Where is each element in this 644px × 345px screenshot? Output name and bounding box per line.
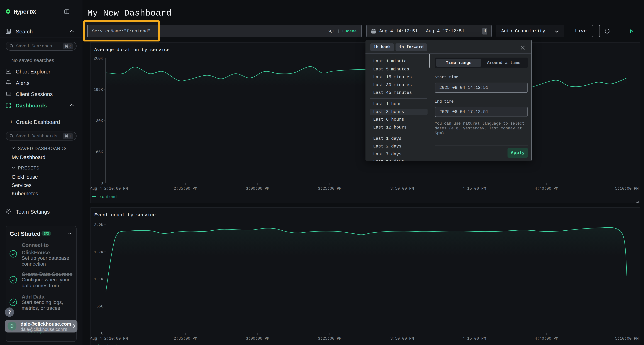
svg-text:2:35:00 PM: 2:35:00 PM [174, 337, 197, 341]
svg-text:4:40:00 PM: 4:40:00 PM [535, 186, 558, 191]
svg-text:3:00:00 PM: 3:00:00 PM [246, 337, 270, 341]
svg-text:frontend: frontend [97, 344, 117, 345]
svg-text:Aug 4 2:10:00 PM: Aug 4 2:10:00 PM [90, 337, 128, 341]
svg-text:65K: 65K [96, 150, 103, 154]
svg-text:195K: 195K [94, 88, 103, 92]
svg-text:2:35:00 PM: 2:35:00 PM [174, 186, 197, 191]
svg-text:550: 550 [96, 304, 104, 309]
svg-text:3:25:00 PM: 3:25:00 PM [318, 337, 342, 341]
svg-text:130K: 130K [94, 119, 103, 123]
svg-text:2.2K: 2.2K [94, 223, 104, 227]
svg-text:1.7K: 1.7K [94, 250, 104, 255]
svg-text:Aug 4 2:10:00 PM: Aug 4 2:10:00 PM [90, 186, 128, 191]
svg-text:5:10:00 PM: 5:10:00 PM [615, 337, 639, 341]
svg-text:3:50:00 PM: 3:50:00 PM [390, 186, 414, 191]
svg-text:0: 0 [101, 181, 103, 186]
svg-text:0: 0 [101, 331, 104, 336]
svg-text:1.1K: 1.1K [94, 277, 104, 282]
svg-text:4:40:00 PM: 4:40:00 PM [535, 337, 558, 341]
svg-text:3:50:00 PM: 3:50:00 PM [390, 337, 414, 341]
svg-text:3:00:00 PM: 3:00:00 PM [246, 186, 270, 191]
svg-text:260K: 260K [94, 56, 103, 61]
svg-text:5:10:00 PM: 5:10:00 PM [615, 186, 639, 191]
svg-text:4:15:00 PM: 4:15:00 PM [462, 337, 486, 341]
svg-text:4:15:00 PM: 4:15:00 PM [462, 186, 486, 191]
svg-text:3:25:00 PM: 3:25:00 PM [318, 186, 342, 191]
svg-text:frontend: frontend [97, 195, 117, 199]
